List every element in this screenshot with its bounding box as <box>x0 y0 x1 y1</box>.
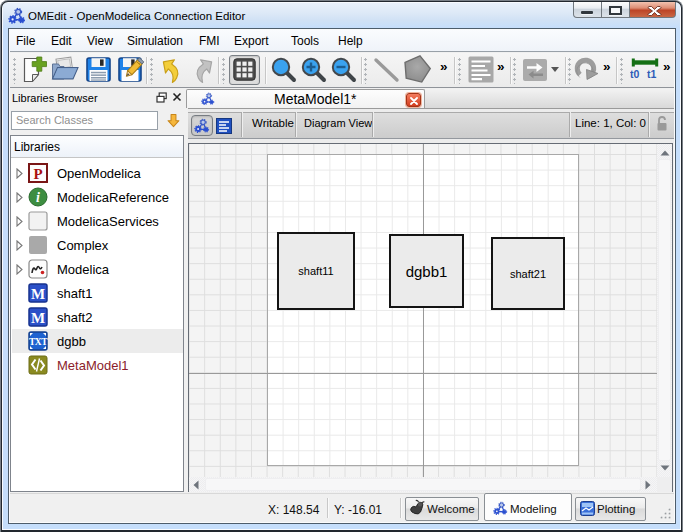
svg-text:M: M <box>31 286 45 302</box>
svg-text:TXT: TXT <box>29 337 48 347</box>
svg-text:t0: t0 <box>630 68 639 80</box>
svg-text:P: P <box>33 166 42 182</box>
svg-text:t1: t1 <box>647 68 656 80</box>
svg-text:i: i <box>36 190 40 205</box>
svg-text:M: M <box>31 310 45 326</box>
